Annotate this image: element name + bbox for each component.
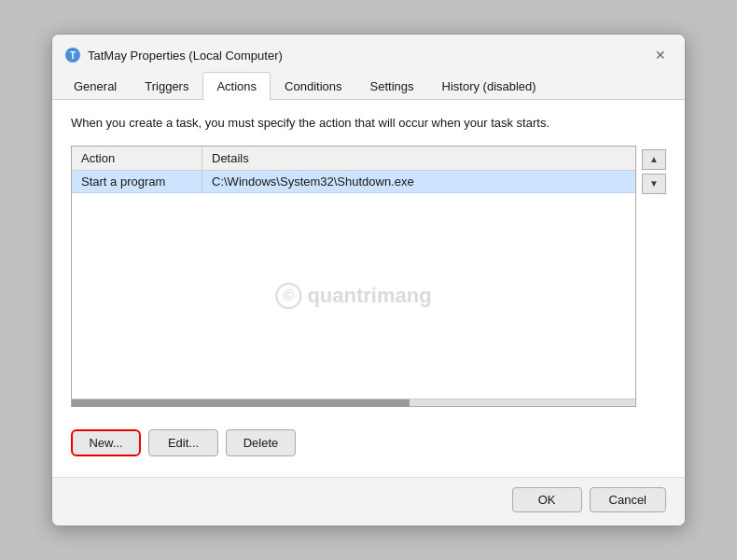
scroll-up-button[interactable]: ▲ [642,149,666,170]
window-title: TatMay Properties (Local Computer) [88,49,283,63]
tab-history[interactable]: History (disabled) [428,72,550,100]
table-empty-area: © quantrimang [72,193,635,399]
col-action: Action [72,147,202,170]
title-bar-left: T TatMay Properties (Local Computer) [65,48,283,63]
new-button[interactable]: New... [71,429,141,456]
watermark: © quantrimang [275,283,431,309]
tab-general[interactable]: General [60,72,131,100]
tab-bar: General Triggers Actions Conditions Sett… [52,72,685,100]
close-button[interactable]: ✕ [649,44,672,66]
table-row[interactable]: Start a program C:\Windows\System32\Shut… [72,171,635,193]
watermark-text: quantrimang [307,284,431,308]
title-bar: T TatMay Properties (Local Computer) ✕ [52,35,685,72]
col-details: Details [202,147,635,170]
cancel-button[interactable]: Cancel [590,487,666,512]
scrollbar-thumb [72,399,410,407]
action-buttons: New... Edit... Delete [71,420,666,462]
cell-details: C:\Windows\System32\Shutdown.exe [202,171,635,192]
app-icon: T [65,48,80,63]
table-area: Action Details Start a program C:\Window… [71,146,666,407]
dialog-window: T TatMay Properties (Local Computer) ✕ G… [51,34,686,525]
tab-settings[interactable]: Settings [356,72,428,100]
table-header: Action Details [72,147,635,171]
edit-button[interactable]: Edit... [148,429,218,456]
scroll-down-button[interactable]: ▼ [642,174,666,194]
scroll-buttons: ▲ ▼ [642,146,666,407]
ok-button[interactable]: OK [512,487,582,512]
tab-content: When you create a task, you must specify… [52,100,685,476]
scrollbar[interactable] [72,399,635,406]
tab-conditions[interactable]: Conditions [271,72,355,100]
cell-action: Start a program [72,171,202,192]
info-text: When you create a task, you must specify… [71,115,666,132]
tab-triggers[interactable]: Triggers [131,72,202,100]
footer: OK Cancel [52,477,685,525]
actions-table: Action Details Start a program C:\Window… [71,146,636,407]
tab-actions[interactable]: Actions [202,72,271,100]
watermark-icon: © [275,283,301,309]
delete-button[interactable]: Delete [226,429,296,456]
